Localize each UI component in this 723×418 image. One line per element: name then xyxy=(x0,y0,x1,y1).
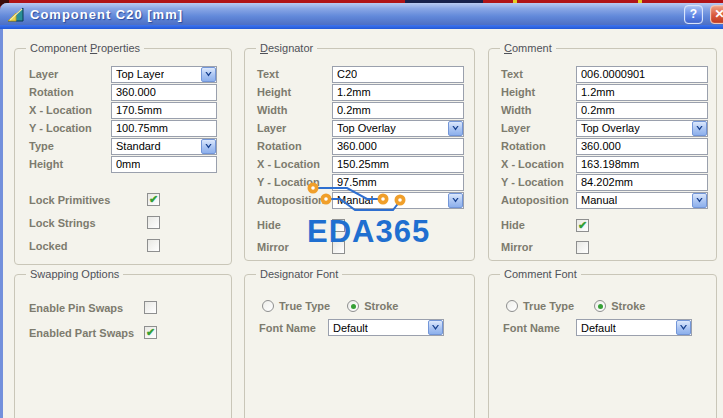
field-label: Height xyxy=(501,86,576,98)
field-label: Height xyxy=(257,86,332,98)
field-row-autoposition: Autoposition Manual xyxy=(501,191,716,209)
font-name-label: Font Name xyxy=(259,322,328,334)
designator-x-location-input[interactable]: 150.25mm xyxy=(332,156,464,173)
designator-autoposition-select[interactable]: Manual xyxy=(332,192,464,209)
group-comment-font: Comment Font True Type Stroke Font Name … xyxy=(488,274,717,418)
true-type-radio[interactable] xyxy=(262,300,274,312)
group-title: Component Properties xyxy=(26,42,144,54)
designator-mirror-checkbox[interactable]: ✔ xyxy=(332,241,345,254)
comment-hide-checkbox[interactable]: ✔ xyxy=(576,219,589,232)
field-label: Autoposition xyxy=(501,194,576,206)
comment-layer-select[interactable]: Top Overlay xyxy=(576,120,708,137)
field-row-rotation: Rotation 360.000 xyxy=(257,137,474,155)
group-swapping-options: Swapping Options Enable Pin Swaps ✔ Enab… xyxy=(14,274,232,418)
field-row-layer: Layer Top Layer xyxy=(29,65,231,83)
field-row-type: Type Standard xyxy=(29,137,231,155)
designator-hide-checkbox[interactable]: ✔ xyxy=(332,219,345,232)
checkbox-label: Hide xyxy=(257,219,332,231)
field-row-rotation: Rotation 360.000 xyxy=(29,83,231,101)
group-title: Swapping Options xyxy=(26,268,123,280)
type-select[interactable]: Standard xyxy=(111,138,217,155)
field-row-x-location: X - Location 150.25mm xyxy=(257,155,474,173)
designator-y-location-input[interactable]: 97.5mm xyxy=(332,174,464,191)
layer-select[interactable]: Top Layer xyxy=(111,66,217,83)
close-button[interactable]: ✕ xyxy=(710,5,723,24)
lock-strings-checkbox[interactable]: ✔ xyxy=(147,216,160,229)
radio-dot-icon xyxy=(351,304,356,309)
chevron-down-icon[interactable] xyxy=(201,67,216,82)
chevron-down-icon[interactable] xyxy=(692,193,707,208)
field-label: Width xyxy=(257,104,332,116)
designator-width-input[interactable]: 0.2mm xyxy=(332,102,464,119)
checkbox-label: Enabled Part Swaps xyxy=(29,327,144,339)
check-row-locked: Locked ✔ xyxy=(29,234,231,257)
true-type-radio[interactable] xyxy=(506,300,518,312)
checkbox-label: Mirror xyxy=(501,241,576,253)
designator-rotation-input[interactable]: 360.000 xyxy=(332,138,464,155)
field-row-height: Height 1.2mm xyxy=(257,83,474,101)
check-row-lock-strings: Lock Strings ✔ xyxy=(29,211,231,234)
enabled-part-swaps-checkbox[interactable]: ✔ xyxy=(144,326,157,339)
titlebar[interactable]: Component C20 [mm] ? ✕ xyxy=(0,3,723,25)
comment-x-location-input[interactable]: 163.198mm xyxy=(576,156,708,173)
checkbox-label: Enable Pin Swaps xyxy=(29,302,144,314)
check-row-mirror: Mirror ✔ xyxy=(501,236,716,258)
designator-layer-select[interactable]: Top Overlay xyxy=(332,120,464,137)
field-label: Layer xyxy=(257,122,332,134)
chevron-down-icon[interactable] xyxy=(448,121,463,136)
group-title: Comment xyxy=(500,42,556,54)
field-label: Autoposition xyxy=(257,194,332,206)
checkbox-label: Mirror xyxy=(257,241,332,253)
x-location-input[interactable]: 170.5mm xyxy=(111,102,217,119)
comment-text-input[interactable]: 006.0000901 xyxy=(576,66,708,83)
chevron-down-icon[interactable] xyxy=(201,139,216,154)
comment-autoposition-select[interactable]: Manual xyxy=(576,192,708,209)
chevron-down-icon[interactable] xyxy=(676,320,691,335)
y-location-input[interactable]: 100.75mm xyxy=(111,120,217,137)
comment-width-input[interactable]: 0.2mm xyxy=(576,102,708,119)
comment-mirror-checkbox[interactable]: ✔ xyxy=(576,241,589,254)
field-row-layer: Layer Top Overlay xyxy=(257,119,474,137)
group-title: Designator xyxy=(256,42,317,54)
radio-label: True Type xyxy=(523,300,574,312)
stroke-radio[interactable] xyxy=(594,300,606,312)
check-icon: ✔ xyxy=(146,327,155,338)
checkbox-label: Hide xyxy=(501,219,576,231)
field-row-autoposition: Autoposition Manual xyxy=(257,191,474,209)
field-label: Text xyxy=(257,68,332,80)
stroke-radio[interactable] xyxy=(347,300,359,312)
group-designator: Designator Text C20 Height 1.2mm Width 0… xyxy=(244,48,475,261)
comment-height-input[interactable]: 1.2mm xyxy=(576,84,708,101)
comment-rotation-input[interactable]: 360.000 xyxy=(576,138,708,155)
field-row-y-location: Y - Location 97.5mm xyxy=(257,173,474,191)
field-row-text: Text 006.0000901 xyxy=(501,65,716,83)
field-label: X - Location xyxy=(29,104,111,116)
radio-label: True Type xyxy=(279,300,330,312)
lock-primitives-checkbox[interactable]: ✔ xyxy=(147,193,160,206)
height-input[interactable]: 0mm xyxy=(111,156,217,173)
field-row-x-location: X - Location 163.198mm xyxy=(501,155,716,173)
help-button[interactable]: ? xyxy=(684,5,703,24)
field-row-y-location: Y - Location 100.75mm xyxy=(29,119,231,137)
rotation-input[interactable]: 360.000 xyxy=(111,84,217,101)
enable-pin-swaps-checkbox[interactable]: ✔ xyxy=(144,301,157,314)
designator-font-name-select[interactable]: Default xyxy=(328,319,444,336)
radio-label: Stroke xyxy=(611,300,645,312)
check-row-hide: Hide ✔ xyxy=(501,214,716,236)
group-title: Designator Font xyxy=(256,268,342,280)
chevron-down-icon[interactable] xyxy=(448,193,463,208)
field-row-x-location: X - Location 170.5mm xyxy=(29,101,231,119)
chevron-down-icon[interactable] xyxy=(692,121,707,136)
comment-y-location-input[interactable]: 84.202mm xyxy=(576,174,708,191)
comment-font-name-select[interactable]: Default xyxy=(576,319,692,336)
group-title: Comment Font xyxy=(500,268,581,280)
designator-height-input[interactable]: 1.2mm xyxy=(332,84,464,101)
locked-checkbox[interactable]: ✔ xyxy=(147,239,160,252)
field-label: Type xyxy=(29,140,111,152)
field-label: Width xyxy=(501,104,576,116)
field-row-width: Width 0.2mm xyxy=(257,101,474,119)
designator-text-input[interactable]: C20 xyxy=(332,66,464,83)
chevron-down-icon[interactable] xyxy=(428,320,443,335)
field-row-text: Text C20 xyxy=(257,65,474,83)
check-row-hide: Hide ✔ xyxy=(257,214,474,236)
